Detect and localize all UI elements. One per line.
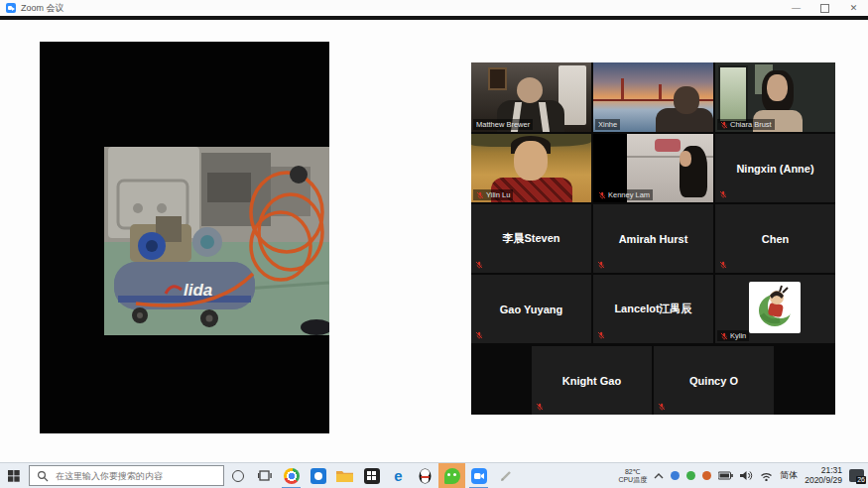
participant-name-text: Amirah Hurst xyxy=(593,204,713,273)
participant-name-text: Chen xyxy=(715,204,835,273)
notification-count-badge: 26 xyxy=(856,476,866,484)
participant-tile-gao-yuyang[interactable]: Gao Yuyang xyxy=(471,275,591,343)
participant-tile-lichen-steven[interactable]: 李晨Steven xyxy=(471,204,591,273)
pen-app-icon xyxy=(499,469,513,483)
zoom-app-icon xyxy=(471,468,487,484)
participant-tile-kylin[interactable]: Kylin xyxy=(715,275,835,343)
muted-mic-icon xyxy=(475,331,483,339)
participant-tile-kenney-lam[interactable]: Kenney Lam xyxy=(593,134,713,202)
blue-video-app-icon xyxy=(310,468,326,484)
window-title: Zoom 会议 xyxy=(21,2,64,15)
muted-mic-icon xyxy=(536,403,544,411)
wechat-icon xyxy=(444,468,460,484)
participant-name-label: Kenney Lam xyxy=(595,189,653,200)
windows-taskbar: e 82℃ xyxy=(0,462,868,488)
file-explorer-icon xyxy=(336,469,353,482)
muted-mic-icon xyxy=(719,190,727,198)
speaker-icon[interactable] xyxy=(740,470,753,481)
taskbar-app-wechat[interactable] xyxy=(438,463,465,488)
participant-name-label: Yilin Lu xyxy=(473,189,513,200)
participant-name-text: Quincy O xyxy=(654,346,774,415)
taskbar-clock[interactable]: 21:31 2020/9/29 xyxy=(805,466,842,485)
desktop: Zoom 会议 — ✕ xyxy=(0,0,868,488)
participant-name-label: Xinhe xyxy=(595,119,620,130)
search-input[interactable] xyxy=(54,470,216,482)
qq-icon xyxy=(418,468,433,484)
participant-tile-chen[interactable]: Chen xyxy=(715,204,835,273)
task-view-icon xyxy=(258,470,272,482)
participant-name-text: Ningxin (Anne) xyxy=(715,134,835,202)
muted-mic-icon xyxy=(476,191,484,199)
participant-name-text: Knight Gao xyxy=(532,346,652,415)
muted-mic-icon xyxy=(597,331,605,339)
shared-screen-area: lida xyxy=(40,42,329,433)
network-icon[interactable] xyxy=(760,471,773,481)
close-button[interactable]: ✕ xyxy=(839,0,868,16)
ime-indicator[interactable]: 简体 xyxy=(780,469,798,482)
task-view-button[interactable] xyxy=(251,463,278,488)
participant-name-text: 李晨Steven xyxy=(471,204,591,273)
orange-tray-icon[interactable] xyxy=(702,471,711,480)
taskbar-app-video[interactable] xyxy=(305,463,331,488)
clock-date: 2020/9/29 xyxy=(805,476,842,486)
taskbar-search-box[interactable] xyxy=(29,465,224,486)
minimize-button[interactable]: — xyxy=(782,0,810,16)
participant-tile-yilin-lu[interactable]: Yilin Lu xyxy=(471,134,591,202)
cpu-temp-label: CPU温度 xyxy=(618,476,647,484)
participant-tile-quincy-o[interactable]: Quincy O xyxy=(654,346,774,415)
cortana-icon xyxy=(232,470,244,482)
windows-logo-icon xyxy=(8,470,20,482)
battery-icon[interactable] xyxy=(718,471,733,480)
hidden-icons-chevron[interactable] xyxy=(654,472,664,480)
taskbar-app-microsoft-store[interactable] xyxy=(358,463,385,488)
muted-mic-icon xyxy=(658,403,666,411)
participant-name-text: Lancelot江禺辰 xyxy=(593,275,713,343)
maximize-icon xyxy=(820,4,829,13)
compressor-logo-text: lida xyxy=(184,281,212,300)
muted-mic-icon xyxy=(719,261,727,269)
start-button[interactable] xyxy=(0,463,27,488)
zoom-window-titlebar[interactable]: Zoom 会议 — ✕ xyxy=(0,0,868,16)
blue-tray-icon[interactable] xyxy=(671,471,680,480)
window-top-strip xyxy=(0,16,868,20)
participant-tile-ningxin-anne[interactable]: Ningxin (Anne) xyxy=(715,134,835,202)
cortana-button[interactable] xyxy=(224,463,251,488)
search-icon xyxy=(36,470,52,482)
muted-mic-icon xyxy=(720,332,728,340)
microsoft-store-icon xyxy=(364,468,380,484)
maximize-button[interactable] xyxy=(810,0,839,16)
participant-name-label: Matthew Brewer xyxy=(473,119,533,130)
green-tray-icon[interactable] xyxy=(686,471,695,480)
system-tray: 82℃ CPU温度 简体 21 xyxy=(618,466,868,485)
participant-tile-xinhe[interactable]: Xinhe xyxy=(593,62,713,132)
taskbar-app-qq[interactable] xyxy=(412,463,438,488)
taskbar-app-pen[interactable] xyxy=(492,463,519,488)
participant-tile-chiara-brust[interactable]: Chiara Brust xyxy=(715,62,835,132)
muted-mic-icon xyxy=(598,191,606,199)
taskbar-app-zoom[interactable] xyxy=(465,463,492,488)
taskbar-app-file-explorer[interactable] xyxy=(331,463,358,488)
kylin-avatar-image xyxy=(749,282,801,333)
participant-name-text: Gao Yuyang xyxy=(471,275,591,343)
participant-tile-knight-gao[interactable]: Knight Gao xyxy=(532,346,652,415)
cpu-temp-value: 82℃ xyxy=(618,468,647,476)
participant-name-label: Kylin xyxy=(717,330,749,341)
taskbar-app-chrome[interactable] xyxy=(278,463,305,488)
taskbar-app-edge[interactable]: e xyxy=(385,463,412,488)
edge-icon: e xyxy=(394,468,402,483)
participant-tile-lancelot[interactable]: Lancelot江禺辰 xyxy=(593,275,713,343)
participant-tile-amirah-hurst[interactable]: Amirah Hurst xyxy=(593,204,713,273)
muted-mic-icon xyxy=(597,261,605,269)
participant-tile-matthew-brewer[interactable]: Matthew Brewer xyxy=(471,62,591,132)
cpu-temperature-widget[interactable]: 82℃ CPU温度 xyxy=(618,468,647,484)
chrome-icon xyxy=(284,468,300,484)
video-gallery: Matthew Brewer Xinhe Chiara Brust xyxy=(471,62,835,415)
muted-mic-icon xyxy=(720,121,728,129)
notification-center-button[interactable]: 26 xyxy=(849,469,864,482)
participant-name-label: Chiara Brust xyxy=(717,119,775,130)
zoom-logo-icon xyxy=(6,3,16,13)
muted-mic-icon xyxy=(475,261,483,269)
shared-compressor-photo: lida xyxy=(104,147,329,335)
